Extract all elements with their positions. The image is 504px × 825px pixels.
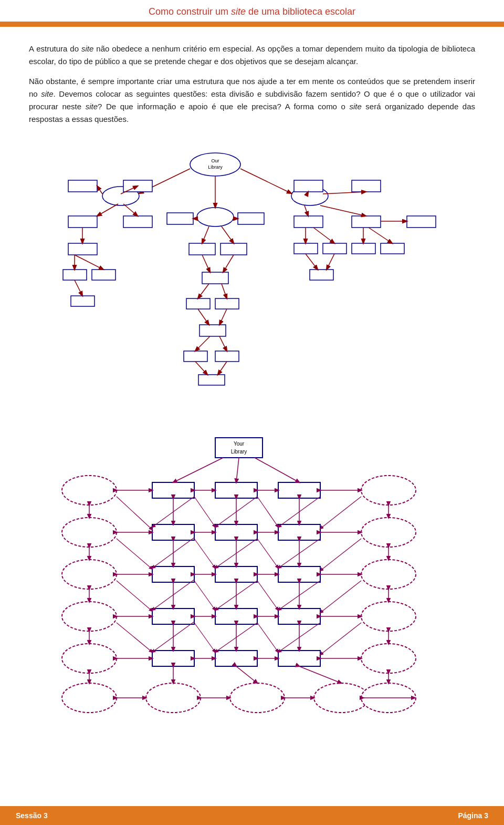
svg-rect-21 <box>71 296 94 306</box>
svg-point-23 <box>197 208 234 226</box>
svg-point-107 <box>62 560 117 589</box>
svg-rect-29 <box>189 243 215 255</box>
svg-point-108 <box>361 560 416 589</box>
svg-rect-153 <box>278 651 320 666</box>
svg-line-12 <box>97 204 118 216</box>
svg-rect-65 <box>381 243 404 254</box>
svg-rect-132 <box>278 609 320 624</box>
svg-rect-27 <box>238 213 264 224</box>
svg-point-129 <box>361 602 416 631</box>
svg-rect-111 <box>278 566 320 582</box>
svg-line-148 <box>320 581 361 613</box>
svg-line-35 <box>223 255 234 272</box>
svg-rect-76 <box>152 482 194 498</box>
svg-line-22 <box>75 280 82 296</box>
svg-rect-30 <box>220 243 247 255</box>
svg-point-171 <box>146 683 201 713</box>
svg-line-100 <box>117 497 152 530</box>
svg-rect-88 <box>152 524 194 540</box>
svg-line-38 <box>198 284 209 298</box>
svg-rect-18 <box>92 270 116 280</box>
svg-line-167 <box>257 623 278 652</box>
svg-rect-151 <box>152 651 194 666</box>
svg-rect-33 <box>202 272 228 284</box>
svg-line-41 <box>198 309 209 325</box>
svg-rect-54 <box>294 216 323 228</box>
paragraph-1: A estrutura do site não obedece a nenhum… <box>29 43 475 68</box>
svg-line-127 <box>320 539 361 571</box>
svg-text:Our: Our <box>211 158 219 163</box>
svg-rect-56 <box>352 216 381 228</box>
svg-point-172 <box>230 683 285 713</box>
svg-line-34 <box>202 255 210 272</box>
svg-rect-110 <box>215 566 257 582</box>
svg-line-49 <box>218 362 227 375</box>
footer-right: Página 3 <box>458 811 488 820</box>
svg-rect-37 <box>215 298 239 309</box>
svg-line-8 <box>97 186 102 194</box>
svg-line-31 <box>202 226 209 243</box>
svg-text:Your: Your <box>234 441 245 447</box>
svg-line-165 <box>194 623 215 652</box>
svg-line-6 <box>240 169 291 193</box>
main-content: A estrutura do site não obedece a nenhum… <box>0 27 504 732</box>
footer-left: Sessão 3 <box>16 811 48 820</box>
svg-rect-109 <box>152 566 194 582</box>
svg-line-45 <box>195 336 210 351</box>
svg-line-79 <box>173 458 223 482</box>
svg-line-14 <box>123 204 138 216</box>
svg-line-70 <box>327 254 334 270</box>
svg-line-42 <box>219 309 227 325</box>
svg-line-178 <box>299 666 341 683</box>
svg-point-128 <box>62 602 117 631</box>
svg-rect-40 <box>200 325 226 336</box>
svg-line-144 <box>194 581 215 610</box>
svg-rect-131 <box>215 609 257 624</box>
page-footer: Sessão 3 Página 3 <box>0 806 504 825</box>
svg-line-81 <box>255 458 299 482</box>
svg-point-150 <box>361 644 416 673</box>
svg-point-86 <box>62 518 117 547</box>
svg-rect-17 <box>63 270 87 280</box>
svg-text:Library: Library <box>208 164 223 170</box>
svg-rect-25 <box>167 213 193 224</box>
svg-line-102 <box>194 497 215 527</box>
svg-point-87 <box>361 518 416 547</box>
svg-line-80 <box>236 458 239 482</box>
svg-point-173 <box>314 683 369 713</box>
svg-rect-90 <box>278 524 320 540</box>
svg-line-48 <box>195 362 207 375</box>
svg-point-149 <box>62 644 117 673</box>
svg-line-106 <box>320 497 361 529</box>
svg-rect-58 <box>407 216 436 228</box>
svg-line-123 <box>194 539 215 568</box>
svg-rect-64 <box>352 243 375 254</box>
page-title: Como construir um site de uma biblioteca… <box>0 6 504 17</box>
svg-point-74 <box>62 476 117 505</box>
svg-point-75 <box>361 476 416 505</box>
svg-line-46 <box>219 336 227 351</box>
svg-rect-60 <box>294 243 318 254</box>
svg-text:Library: Library <box>231 449 247 455</box>
svg-rect-77 <box>215 482 257 498</box>
svg-line-67 <box>369 228 392 243</box>
svg-rect-152 <box>215 651 257 666</box>
svg-rect-47 <box>198 375 225 385</box>
web-diagram: Your Library <box>37 427 467 721</box>
svg-rect-89 <box>215 524 257 540</box>
svg-line-177 <box>236 666 257 683</box>
svg-line-142 <box>117 581 152 611</box>
svg-line-32 <box>222 226 234 243</box>
svg-line-57 <box>320 205 366 216</box>
svg-rect-7 <box>68 180 97 192</box>
tree-diagram: Our Library <box>37 133 467 406</box>
svg-line-169 <box>320 623 361 655</box>
svg-line-53 <box>323 192 366 194</box>
diagram-area: Our Library <box>29 133 475 721</box>
svg-rect-36 <box>186 298 210 309</box>
svg-rect-13 <box>123 216 152 228</box>
svg-rect-68 <box>310 270 333 280</box>
svg-line-163 <box>117 623 152 652</box>
svg-rect-11 <box>68 216 97 228</box>
svg-line-125 <box>257 539 278 568</box>
